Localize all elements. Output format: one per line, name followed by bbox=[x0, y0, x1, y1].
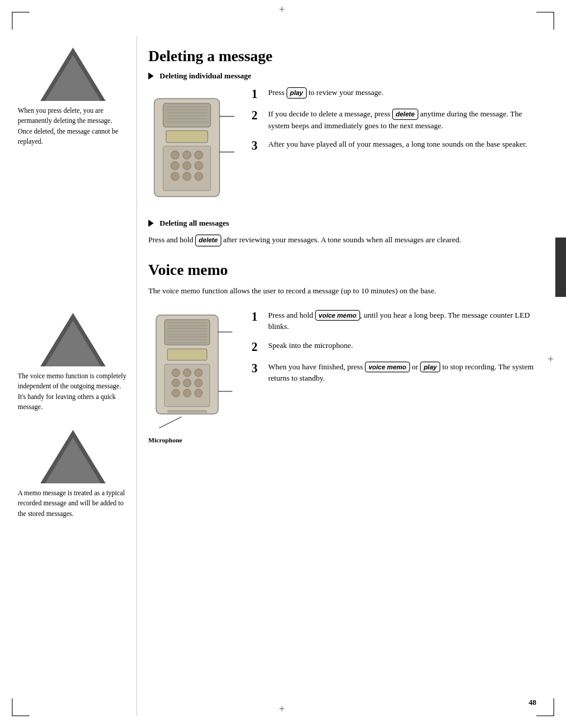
vm-step-2-text: Speak into the microphone. bbox=[268, 340, 353, 354]
subsection-individual: Deleting individual message bbox=[148, 71, 536, 81]
deleting-title: Deleting a message bbox=[148, 48, 536, 65]
delete-step-1-text: Press play to review your message. bbox=[268, 87, 383, 101]
svg-rect-22 bbox=[164, 319, 209, 345]
note-box-2: NOTE The voice memo function is complete… bbox=[18, 313, 128, 412]
svg-point-36 bbox=[172, 379, 180, 387]
delete-step-2-text: If you decide to delete a message, press… bbox=[268, 108, 536, 131]
microphone-label-area: Microphone bbox=[148, 436, 182, 444]
svg-point-39 bbox=[172, 389, 180, 397]
svg-point-14 bbox=[183, 162, 191, 170]
svg-point-37 bbox=[183, 379, 191, 387]
vm-step-1-text: Press and hold voice memo, until you hea… bbox=[268, 309, 536, 333]
voice-memo-steps-area: Microphone 1 Press and hold voice memo, … bbox=[148, 309, 536, 431]
note-text-2: The voice memo function is completely in… bbox=[18, 371, 128, 412]
note-label-3: NOTE bbox=[59, 411, 87, 421]
delete-step-2-number: 2 bbox=[252, 108, 263, 131]
main-content: Deleting a message Deleting individual m… bbox=[136, 36, 554, 453]
note-text-3: A memo message is treated as a typical r… bbox=[18, 488, 128, 519]
corner-mark-br bbox=[536, 698, 554, 716]
svg-point-17 bbox=[183, 172, 191, 181]
svg-point-16 bbox=[171, 172, 179, 181]
page: NOTE When you press delete, you are perm… bbox=[0, 0, 566, 728]
svg-point-33 bbox=[172, 369, 180, 376]
phone-diagram-voicememo: Microphone bbox=[148, 309, 243, 431]
vm-step-3-text: When you have finished, press voice memo… bbox=[268, 361, 536, 384]
svg-point-35 bbox=[195, 369, 202, 376]
note-triangle-1: NOTE bbox=[40, 48, 106, 101]
right-accent-bar bbox=[555, 238, 566, 297]
svg-point-40 bbox=[183, 389, 191, 397]
corner-mark-tl bbox=[12, 12, 30, 30]
voice-memo-title: Voice memo bbox=[148, 261, 536, 279]
triangle-bullet-1 bbox=[148, 72, 154, 80]
note-box-1: NOTE When you press delete, you are perm… bbox=[18, 48, 128, 147]
svg-point-13 bbox=[171, 162, 179, 170]
corner-mark-tr bbox=[536, 12, 554, 30]
vm-step-1-number: 1 bbox=[252, 309, 263, 333]
delete-step-2: 2 If you decide to delete a message, pre… bbox=[252, 108, 536, 131]
note-label-2: NOTE bbox=[59, 294, 87, 304]
vm-step-1: 1 Press and hold voice memo, until you h… bbox=[252, 309, 536, 333]
note-triangle-3: NOTE bbox=[40, 430, 106, 483]
vm-step-2-number: 2 bbox=[252, 340, 263, 354]
svg-point-11 bbox=[183, 151, 191, 159]
vm-step-2: 2 Speak into the microphone. bbox=[252, 340, 536, 354]
page-number: 48 bbox=[529, 698, 536, 707]
note-text-1: When you press delete, you are permanent… bbox=[18, 106, 128, 147]
cross-top bbox=[277, 8, 289, 20]
svg-point-12 bbox=[195, 151, 203, 159]
svg-point-15 bbox=[195, 162, 203, 170]
svg-point-10 bbox=[171, 151, 179, 159]
cross-bottom bbox=[277, 708, 289, 720]
subsection-all: Deleting all messages bbox=[148, 219, 536, 228]
triangle-bullet-2 bbox=[148, 220, 154, 227]
microphone-label: Microphone bbox=[148, 436, 182, 444]
note-box-3: NOTE A memo message is treated as a typi… bbox=[18, 430, 128, 519]
phone-svg-delete bbox=[148, 87, 237, 205]
delete-all-text: Press and hold delete after reviewing yo… bbox=[148, 234, 536, 246]
delete-step-3-text: After you have played all of your messag… bbox=[268, 138, 527, 153]
corner-mark-bl bbox=[12, 698, 30, 716]
delete-individual-steps-list: 1 Press play to review your message. 2 I… bbox=[252, 87, 536, 208]
vm-step-3: 3 When you have finished, press voice me… bbox=[252, 361, 536, 384]
voice-memo-steps-list: 1 Press and hold voice memo, until you h… bbox=[252, 309, 536, 431]
svg-point-38 bbox=[195, 379, 202, 387]
svg-rect-8 bbox=[166, 131, 208, 143]
svg-line-45 bbox=[159, 417, 182, 428]
note-label-1: NOTE bbox=[59, 29, 87, 39]
svg-point-34 bbox=[183, 369, 191, 376]
delete-step-1: 1 Press play to review your message. bbox=[252, 87, 536, 101]
voice-memo-intro: The voice memo function allows the user … bbox=[148, 285, 536, 297]
vm-step-3-number: 3 bbox=[252, 361, 263, 384]
delete-individual-steps-area: 1 Press play to review your message. 2 I… bbox=[148, 87, 536, 208]
svg-point-41 bbox=[195, 389, 202, 397]
delete-step-3-number: 3 bbox=[252, 138, 263, 153]
sidebar: NOTE When you press delete, you are perm… bbox=[0, 36, 136, 542]
svg-point-18 bbox=[195, 172, 203, 181]
svg-rect-31 bbox=[167, 349, 207, 360]
phone-diagram-delete bbox=[148, 87, 243, 208]
delete-step-3: 3 After you have played all of your mess… bbox=[252, 138, 536, 153]
svg-rect-42 bbox=[167, 410, 207, 413]
note-triangle-2: NOTE bbox=[40, 313, 106, 366]
delete-step-1-number: 1 bbox=[252, 87, 263, 101]
phone-svg-voicememo bbox=[148, 309, 237, 428]
